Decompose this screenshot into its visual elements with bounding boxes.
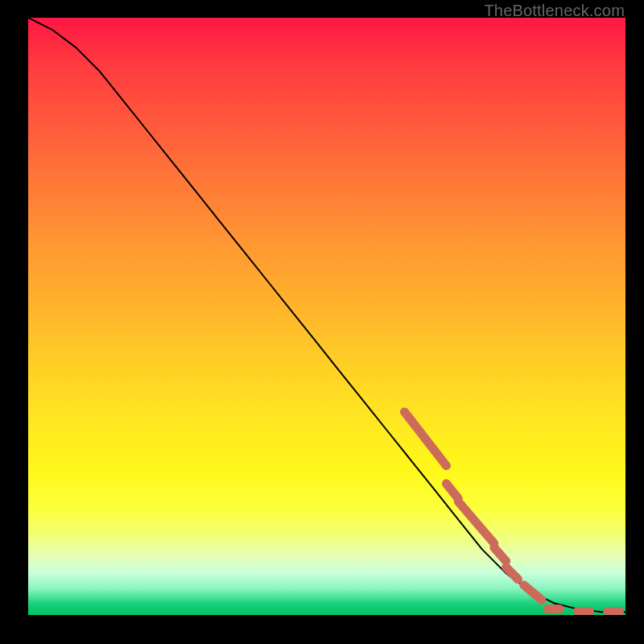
plot-area <box>28 18 625 615</box>
chart-frame: TheBottleneck.com <box>0 0 644 644</box>
highlight-segment <box>506 568 518 580</box>
curve-layer <box>28 18 625 615</box>
highlight-segments <box>405 412 620 612</box>
bottleneck-curve-line <box>28 18 625 612</box>
highlight-segment <box>524 585 542 601</box>
highlight-segment <box>458 502 494 543</box>
highlight-segment <box>494 547 506 561</box>
highlight-segment <box>446 484 458 499</box>
highlight-segment <box>405 412 447 466</box>
